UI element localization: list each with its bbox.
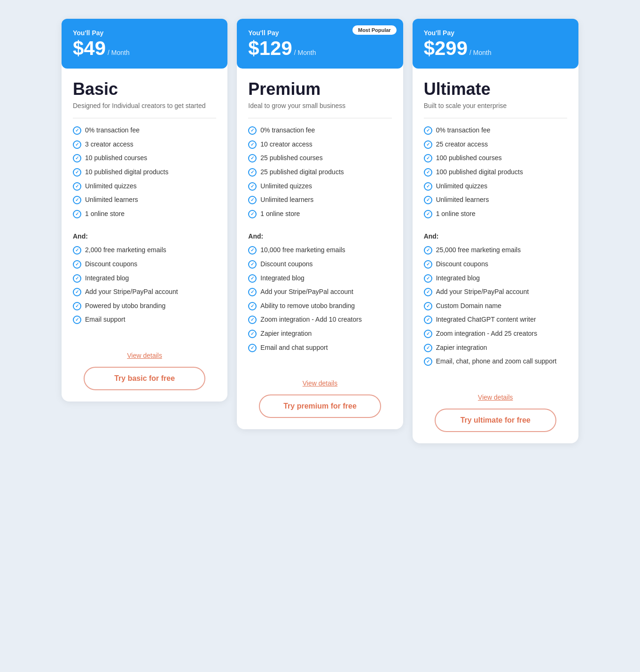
check-icon — [424, 330, 432, 338]
you-pay-label: You'll Pay — [248, 29, 391, 37]
feature-item: 1 online store — [73, 209, 216, 219]
feature-item: Unlimited learners — [424, 195, 567, 205]
cta-button-ultimate[interactable]: Try ultimate for free — [435, 409, 557, 432]
feature-text: 1 online store — [260, 209, 300, 219]
core-features-list: 0% transaction fee10 creator access25 pu… — [248, 126, 391, 223]
plan-card-premium: Most PopularYou'll Pay$129/ MonthPremium… — [237, 19, 403, 429]
plan-tagline: Built to scale your enterprise — [424, 101, 567, 111]
feature-text: 0% transaction fee — [85, 126, 140, 135]
feature-text: Unlimited learners — [85, 195, 138, 205]
feature-item: Discount coupons — [73, 260, 216, 269]
check-icon — [73, 140, 81, 149]
check-icon — [73, 316, 81, 324]
plan-divider — [424, 118, 567, 118]
check-icon — [248, 140, 257, 149]
check-icon — [73, 288, 81, 296]
pricing-container: You'll Pay$49/ MonthBasicDesigned for In… — [62, 9, 578, 462]
check-icon — [424, 168, 432, 177]
feature-text: 25 published digital products — [260, 168, 343, 177]
feature-text: Ability to remove utobo branding — [260, 301, 355, 311]
core-features-list: 0% transaction fee25 creator access100 p… — [424, 126, 567, 223]
plan-tagline: Ideal to grow your small business — [248, 101, 391, 111]
check-icon — [424, 126, 432, 135]
price-row: $299/ Month — [424, 39, 567, 58]
feature-text: 25 published courses — [260, 154, 322, 163]
check-icon — [73, 274, 81, 283]
cta-button-premium[interactable]: Try premium for free — [259, 394, 381, 418]
feature-item: 10 published courses — [73, 154, 216, 163]
price-period: / Month — [469, 49, 492, 56]
feature-text: Zoom integration - Add 25 creators — [436, 329, 538, 339]
plan-header-ultimate: You'll Pay$299/ Month — [413, 19, 578, 69]
feature-text: Integrated blog — [85, 274, 129, 283]
check-icon — [424, 182, 432, 191]
feature-item: 25,000 free marketing emails — [424, 246, 567, 255]
plan-divider — [248, 118, 391, 118]
feature-text: 25 creator access — [436, 140, 488, 149]
check-icon — [248, 196, 257, 204]
feature-text: 0% transaction fee — [260, 126, 315, 135]
price-row: $129/ Month — [248, 39, 391, 58]
feature-text: Integrated blog — [260, 274, 304, 283]
feature-text: 0% transaction fee — [436, 126, 491, 135]
you-pay-label: You'll Pay — [73, 29, 216, 37]
plan-footer-premium: View detailsTry premium for free — [237, 374, 403, 429]
feature-text: Discount coupons — [85, 260, 137, 269]
feature-item: 10 creator access — [248, 140, 391, 149]
feature-text: Email, chat, phone and zoom call support — [436, 357, 557, 366]
cta-button-basic[interactable]: Try basic for free — [84, 367, 206, 390]
feature-text: 10 published digital products — [85, 168, 168, 177]
feature-item: Integrated blog — [248, 274, 391, 283]
view-details-link[interactable]: View details — [478, 394, 513, 401]
feature-text: 3 creator access — [85, 140, 133, 149]
check-icon — [424, 316, 432, 324]
core-features-list: 0% transaction fee3 creator access10 pub… — [73, 126, 216, 223]
check-icon — [424, 260, 432, 269]
feature-item: Custom Domain name — [424, 301, 567, 311]
feature-text: Discount coupons — [260, 260, 312, 269]
feature-text: Unlimited learners — [436, 195, 489, 205]
check-icon — [73, 246, 81, 255]
plan-divider — [73, 118, 216, 118]
feature-text: 1 online store — [85, 209, 125, 219]
plan-name: Basic — [73, 80, 216, 99]
check-icon — [424, 274, 432, 283]
check-icon — [424, 288, 432, 296]
check-icon — [248, 210, 257, 218]
feature-item: Integrated blog — [424, 274, 567, 283]
feature-item: Discount coupons — [248, 260, 391, 269]
check-icon — [424, 246, 432, 255]
feature-item: Zapier integration — [248, 329, 391, 339]
feature-item: 25 published digital products — [248, 168, 391, 177]
feature-item: 3 creator access — [73, 140, 216, 149]
feature-text: Zapier integration — [436, 343, 487, 353]
feature-text: 10 published courses — [85, 154, 147, 163]
feature-item: Unlimited quizzes — [73, 182, 216, 191]
feature-item: 0% transaction fee — [73, 126, 216, 135]
check-icon — [73, 168, 81, 177]
plan-name: Ultimate — [424, 80, 567, 99]
feature-text: 10,000 free marketing emails — [260, 246, 345, 255]
feature-item: Zapier integration — [424, 343, 567, 353]
extra-features-list: 25,000 free marketing emailsDiscount cou… — [424, 246, 567, 371]
extra-features-list: 10,000 free marketing emailsDiscount cou… — [248, 246, 391, 357]
feature-text: Zapier integration — [260, 329, 312, 339]
feature-text: Discount coupons — [436, 260, 488, 269]
view-details-link[interactable]: View details — [303, 379, 337, 387]
feature-text: Add your Stripe/PayPal account — [260, 287, 353, 297]
check-icon — [248, 330, 257, 338]
check-icon — [73, 154, 81, 162]
feature-text: 10 creator access — [260, 140, 312, 149]
feature-item: 100 published courses — [424, 154, 567, 163]
feature-item: Zoom integration - Add 10 creators — [248, 315, 391, 324]
check-icon — [248, 154, 257, 162]
feature-item: 1 online store — [248, 209, 391, 219]
feature-item: Discount coupons — [424, 260, 567, 269]
check-icon — [73, 126, 81, 135]
view-details-link[interactable]: View details — [127, 352, 162, 359]
plan-card-ultimate: You'll Pay$299/ MonthUltimateBuilt to sc… — [413, 19, 578, 443]
feature-item: Ability to remove utobo branding — [248, 301, 391, 311]
and-label: And: — [424, 232, 567, 240]
check-icon — [424, 344, 432, 352]
feature-item: Powered by utobo branding — [73, 301, 216, 311]
